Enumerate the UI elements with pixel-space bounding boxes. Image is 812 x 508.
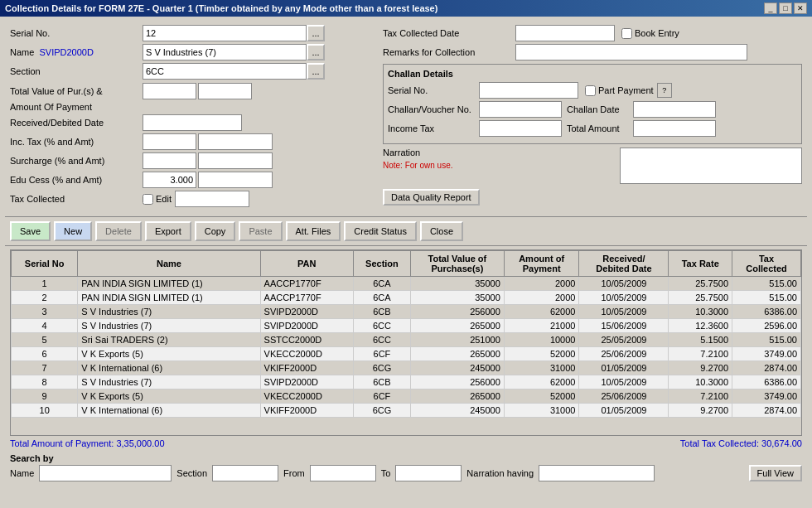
search-section-select[interactable]	[212, 465, 278, 481]
save-button[interactable]: Save	[10, 221, 51, 241]
table-row[interactable]: 1 PAN INDIA SIGN LIMITED (1) AACCP1770F …	[12, 277, 801, 291]
new-button[interactable]: New	[54, 221, 92, 241]
name-field[interactable]: S V Industries (7) ...	[143, 44, 325, 60]
full-view-button[interactable]: Full View	[749, 465, 802, 481]
tax-date-input[interactable]	[515, 25, 615, 41]
income-tax-input[interactable]	[479, 120, 562, 137]
table-row[interactable]: 4 S V Industries (7) SVIPD2000D 6CC 2650…	[12, 319, 801, 333]
cell-date: 01/05/2009	[579, 404, 669, 418]
cell-tax-collected: 6386.00	[732, 375, 801, 389]
edit-checkbox-label[interactable]: Edit	[143, 194, 172, 205]
table-row[interactable]: 7 V K International (6) VKIFF2000D 6CG 2…	[12, 361, 801, 375]
edit-checkbox[interactable]	[143, 194, 153, 205]
serial-no-select[interactable]: 12	[143, 25, 307, 41]
cell-total-value: 265000	[410, 319, 504, 333]
cell-amount: 31000	[504, 361, 579, 375]
table-row[interactable]: 3 S V Industries (7) SVIPD2000D 6CB 2560…	[12, 305, 801, 319]
search-name-label: Name	[10, 468, 34, 478]
cell-pan: VKECC2000D	[260, 389, 353, 404]
cell-section: 6CC	[353, 333, 410, 347]
edu-cess-amt[interactable]	[198, 172, 273, 188]
cell-tax-collected: 515.00	[732, 333, 801, 347]
cell-tax-rate: 12.3600	[669, 319, 732, 333]
narration-textarea[interactable]	[620, 148, 802, 184]
serial-no-field[interactable]: 12 ...	[143, 25, 325, 41]
surcharge-amt[interactable]	[198, 152, 273, 169]
surcharge-pct[interactable]	[143, 152, 196, 169]
table-row[interactable]: 5 Sri Sai TRADERS (2) SSTCC2000D 6CC 251…	[12, 333, 801, 347]
challan-help-btn[interactable]: ?	[657, 83, 672, 98]
search-from-input[interactable]	[310, 465, 376, 481]
book-entry-checkbox[interactable]	[621, 28, 632, 39]
cell-total-value: 251000	[410, 333, 504, 347]
cell-total-value: 265000	[410, 389, 504, 404]
search-name-select[interactable]	[39, 465, 172, 481]
total-tax-text: Total Tax Collected: 30,674.00	[680, 438, 802, 448]
challan-date-label: Challan Date	[567, 104, 633, 114]
narration-note: Note: For own use.	[383, 161, 452, 170]
remarks-label: Remarks for Collection	[383, 47, 515, 57]
inc-tax-amt[interactable]	[198, 133, 273, 150]
export-button[interactable]: Export	[145, 221, 191, 241]
remarks-select[interactable]	[515, 44, 747, 60]
col-pan: PAN	[260, 251, 353, 277]
dqr-button[interactable]: Data Quality Report	[383, 189, 480, 206]
received-date-input[interactable]	[143, 114, 242, 131]
section-browse[interactable]: ...	[307, 63, 325, 80]
tax-collected-input[interactable]	[175, 191, 249, 207]
part-payment-checkbox[interactable]	[585, 85, 596, 96]
copy-button[interactable]: Copy	[195, 221, 236, 241]
cell-amount: 2000	[504, 277, 579, 291]
delete-button[interactable]: Delete	[95, 221, 142, 241]
cell-date: 10/05/2009	[579, 375, 669, 389]
minimize-button[interactable]: _	[764, 2, 777, 14]
cell-serial: 8	[12, 375, 78, 389]
total-value-label: Total Value of Pur.(s) &	[10, 86, 143, 96]
total-value-input2[interactable]	[198, 83, 252, 99]
close-window-button[interactable]: ✕	[794, 2, 807, 14]
table-row[interactable]: 10 V K International (6) VKIFF2000D 6CG …	[12, 404, 801, 418]
table-row[interactable]: 6 V K Exports (5) VKECC2000D 6CF 265000 …	[12, 347, 801, 361]
book-entry-label[interactable]: Book Entry	[621, 28, 679, 39]
search-narration-input[interactable]	[539, 465, 655, 481]
table-row[interactable]: 9 V K Exports (5) VKECC2000D 6CF 265000 …	[12, 389, 801, 404]
paste-button[interactable]: Paste	[239, 221, 282, 241]
credit-status-button[interactable]: Credit Status	[344, 221, 417, 241]
table-row[interactable]: 8 S V Industries (7) SVIPD2000D 6CB 2560…	[12, 375, 801, 389]
name-browse[interactable]: ...	[307, 44, 325, 60]
close-button[interactable]: Close	[420, 221, 463, 241]
cell-tax-rate: 7.2100	[669, 347, 732, 361]
section-field[interactable]: 6CC ...	[143, 63, 325, 80]
cell-date: 25/06/2009	[579, 347, 669, 361]
total-amount-input[interactable]	[633, 120, 716, 137]
edu-cess-pct[interactable]	[143, 172, 196, 188]
col-serial: Serial No	[12, 251, 78, 277]
data-table-container: Serial No Name PAN Section Total Value o…	[10, 249, 802, 436]
part-payment-label[interactable]: Part Payment	[585, 85, 654, 96]
col-total-value: Total Value ofPurchase(s)	[410, 251, 504, 277]
income-tax-label: Income Tax	[388, 123, 479, 133]
section-select[interactable]: 6CC	[143, 63, 307, 80]
total-value-input1[interactable]	[143, 83, 196, 99]
challan-serial-select[interactable]	[479, 82, 578, 99]
cell-serial: 6	[12, 347, 78, 361]
search-to-input[interactable]	[395, 465, 462, 481]
cell-tax-rate: 25.7500	[669, 291, 732, 305]
cell-serial: 9	[12, 389, 78, 404]
tax-date-label: Tax Collected Date	[383, 28, 515, 38]
inc-tax-pct[interactable]	[143, 133, 196, 150]
serial-no-browse[interactable]: ...	[307, 25, 325, 41]
challan-date-input[interactable]	[633, 101, 716, 118]
cell-serial: 3	[12, 305, 78, 319]
cell-date: 01/05/2009	[579, 361, 669, 375]
cell-section: 6CB	[353, 375, 410, 389]
name-label: Name SVIPD2000D	[10, 47, 143, 57]
table-row[interactable]: 2 PAN INDIA SIGN LIMITED (1) AACCP1770F …	[12, 291, 801, 305]
section-label: Section	[10, 66, 143, 76]
maximize-button[interactable]: □	[779, 2, 792, 14]
att-files-button[interactable]: Att. Files	[286, 221, 341, 241]
cell-name: Sri Sai TRADERS (2)	[78, 333, 260, 347]
name-select[interactable]: S V Industries (7)	[143, 44, 307, 60]
cell-section: 6CA	[353, 277, 410, 291]
challan-voucher-input[interactable]	[479, 101, 562, 118]
